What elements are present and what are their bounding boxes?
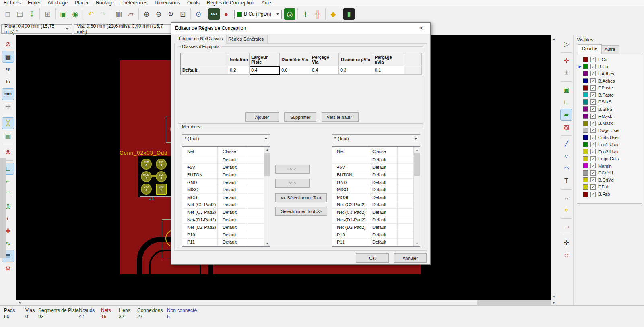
sep[interactable] [83, 8, 83, 20]
netclass-value-cell[interactable]: 0,1 [373, 66, 404, 75]
layer-visibility-checkbox[interactable]: ✓ [590, 71, 596, 76]
close-icon[interactable]: ✕ [412, 23, 430, 34]
sep[interactable] [111, 8, 111, 20]
layer-row[interactable]: ▶ ✓ F.Adhes [577, 70, 642, 77]
layer-visibility-checkbox[interactable]: ✓ [590, 92, 596, 97]
netclass-value-cell[interactable]: 0,2 [228, 66, 250, 75]
autodelete-track-icon[interactable]: ⊗ [2, 147, 14, 158]
layer-color-swatch[interactable] [583, 170, 588, 176]
layer-color-swatch[interactable] [583, 85, 588, 91]
layer-visibility-checkbox[interactable]: ✓ [590, 99, 596, 105]
layer-color-swatch[interactable] [583, 177, 588, 182]
add-dimension-icon[interactable]: ↔ [561, 192, 572, 203]
net-list-row[interactable]: MISO Default [332, 186, 420, 194]
net-list-row[interactable]: Net-(D2-Pad2) Default [182, 224, 270, 231]
polar-coords-icon[interactable]: rφ [2, 64, 14, 75]
delete-tool-icon[interactable]: ▭ [561, 221, 572, 232]
layer-color-swatch[interactable] [583, 163, 588, 168]
net-list-row[interactable]: GND Default [182, 179, 270, 186]
menu-item[interactable]: Aide [258, 0, 275, 6]
layer-color-swatch[interactable] [583, 114, 588, 119]
netclass-value-cell[interactable]: 0,3 [339, 66, 373, 75]
drc-off-icon[interactable]: ⊘ [2, 39, 14, 50]
scripting-console-icon[interactable]: ▮ [343, 8, 355, 20]
layers-panel-tab[interactable]: Autre [600, 45, 619, 54]
menu-item[interactable]: Placer [71, 0, 92, 6]
list-scrollbar[interactable]: ▴ ▾ [413, 147, 420, 246]
net-list-row[interactable]: +5V Default [182, 164, 270, 172]
layer-row[interactable]: ▶ ✓ F.CrtYd [577, 170, 642, 177]
add-footprint-icon[interactable]: ▣ [561, 84, 572, 95]
netclass-column-header[interactable]: Diamètre µVia [339, 53, 373, 66]
sep[interactable] [341, 8, 341, 20]
layer-visibility-checkbox[interactable]: ✓ [590, 57, 596, 62]
layer-color-swatch[interactable] [583, 128, 588, 133]
zoom-redraw-icon[interactable]: ↻ [165, 8, 176, 20]
net-list-row[interactable]: MOSI Default [182, 194, 270, 201]
menu-item[interactable]: Préférences [118, 0, 151, 6]
netclass-column-header[interactable]: Perçage µVia [373, 53, 404, 66]
find-icon[interactable]: ⊙ [193, 8, 204, 20]
scroll-up-icon[interactable]: ▴ [264, 147, 270, 153]
sep[interactable] [561, 81, 572, 82]
class-column-header[interactable]: Classe [218, 147, 248, 156]
layer-color-swatch[interactable] [583, 192, 588, 197]
module-ratsnest-icon[interactable]: ▣ [2, 130, 14, 141]
footprint-editor-icon[interactable]: ▣ [58, 8, 69, 20]
sep[interactable] [561, 135, 572, 136]
dialog-tab[interactable]: Éditeur de NetClasses [175, 35, 227, 44]
layer-color-swatch[interactable] [583, 57, 588, 62]
layer-color-swatch[interactable] [583, 184, 588, 190]
grid-visibility-icon[interactable]: ▦ [2, 51, 14, 62]
sep[interactable] [561, 235, 572, 235]
remove-netclass-button[interactable]: Supprimer [284, 112, 316, 122]
print-icon[interactable]: ▥ [113, 8, 124, 20]
sep[interactable] [190, 8, 191, 20]
ok-button[interactable]: OK [356, 253, 389, 263]
layer-color-swatch[interactable] [583, 71, 588, 76]
netclass-column-header[interactable]: Largeur Piste [250, 53, 280, 66]
menu-item[interactable]: Règles de Conception [203, 0, 258, 6]
net-list-row[interactable]: P10 Default [182, 231, 270, 239]
layer-selector-dropdown[interactable]: B.Cu (PgDn) [234, 10, 282, 19]
vertical-scrollbar-thumb[interactable] [0, 158, 6, 258]
layer-visibility-checkbox[interactable]: ✓ [590, 163, 596, 168]
layer-color-swatch[interactable] [583, 92, 588, 97]
layer-row[interactable]: ▶ ✓ F.Paste [577, 84, 642, 91]
layer-visibility-checkbox[interactable]: ✓ [590, 149, 596, 154]
tracks-grid-icon[interactable]: ╬ [312, 8, 323, 20]
sep[interactable] [55, 8, 56, 20]
left-net-list[interactable]: Net Classe Default +5V Default [182, 146, 270, 247]
list-scrollbar-thumb[interactable] [414, 153, 420, 176]
list-scrollbar[interactable]: ▴ ▾ [264, 147, 270, 246]
drc-icon[interactable]: ● [221, 8, 232, 20]
units-inch-icon[interactable]: In [2, 76, 14, 87]
layer-row[interactable]: ▶ ✓ F.Mask [577, 113, 642, 120]
layer-row[interactable]: ▶ ✓ Edge.Cuts [577, 155, 642, 162]
scroll-down-icon[interactable]: ▾ [264, 240, 270, 246]
net-column-header[interactable]: Net [332, 147, 367, 156]
netlist-icon[interactable]: NET [208, 8, 220, 20]
vertical-scrollbar[interactable]: ▴ ▾ [551, 35, 557, 300]
new-board-icon[interactable]: □ [2, 8, 13, 20]
net-list-row[interactable]: +5V Default [332, 164, 420, 172]
add-text-icon[interactable]: T [561, 176, 572, 187]
layer-visibility-checkbox[interactable]: ✓ [590, 156, 596, 161]
move-up-button[interactable]: Vers le haut ^ [322, 112, 359, 122]
sep[interactable] [325, 8, 326, 20]
net-list-row[interactable]: Net-(C2-Pad2) Default [332, 201, 420, 209]
layer-row[interactable]: ▶ ✓ Eco2.User [577, 148, 642, 155]
plot-icon[interactable]: ▱ [125, 8, 136, 20]
layer-visibility-checkbox[interactable]: ✓ [590, 78, 596, 83]
layer-row[interactable]: ▶ ✓ Eco1.User [577, 141, 642, 148]
dialog-titlebar[interactable]: Éditeur de Règles de Conception ✕ [171, 23, 430, 34]
transfer-button[interactable]: << Sélectionner Tout [275, 193, 327, 202]
net-list-row[interactable]: Default [332, 156, 420, 164]
class-column-header[interactable]: Classe [367, 147, 398, 156]
sep[interactable] [3, 144, 13, 144]
layer-visibility-checkbox[interactable]: ✓ [590, 128, 596, 133]
layer-visibility-checkbox[interactable]: ✓ [590, 85, 596, 91]
save-board-icon[interactable]: ↧ [26, 8, 37, 20]
net-list-row[interactable]: MISO Default [182, 186, 270, 194]
graphic-arc-icon[interactable]: ◠ [561, 163, 572, 174]
